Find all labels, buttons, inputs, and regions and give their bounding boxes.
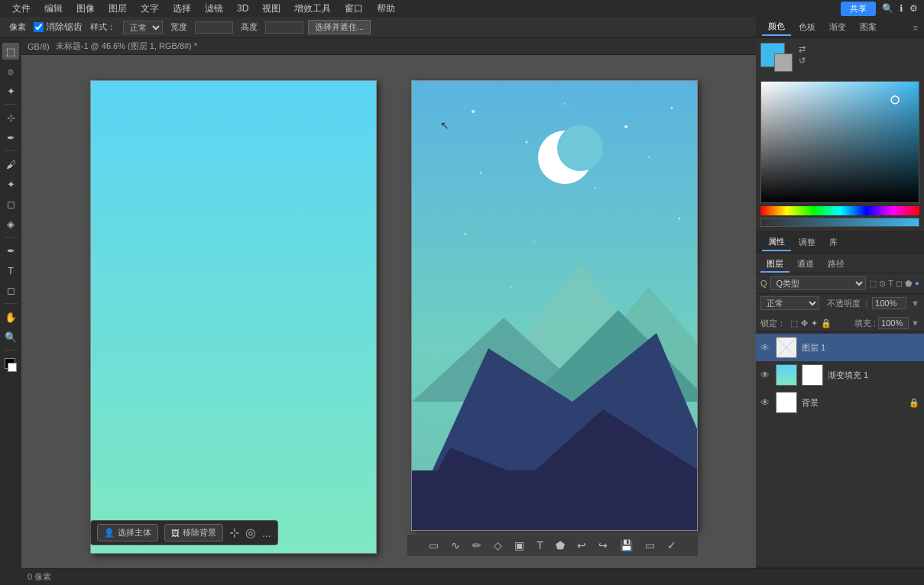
width-input[interactable] [195, 21, 233, 34]
menu-plugins[interactable]: 增效工具 [288, 1, 337, 17]
filter-smart-icon[interactable]: ⬟ [905, 279, 913, 289]
tool-zoom[interactable]: 🔍 [2, 328, 19, 345]
menu-filter[interactable]: 滤镜 [199, 1, 229, 17]
tab-layers[interactable]: 图层 [760, 257, 789, 273]
menu-layer[interactable]: 图层 [102, 1, 133, 17]
tab-library[interactable]: 库 [823, 234, 844, 250]
color-picker-hue-bar[interactable] [760, 206, 919, 215]
lock-pixels-icon[interactable]: ⬚ [790, 318, 798, 328]
layer-item-layer1[interactable]: 👁 图层 1 [756, 334, 924, 361]
tool-shape[interactable]: ◻ [2, 282, 19, 299]
tab-properties[interactable]: 属性 [762, 234, 791, 251]
opacity-input[interactable] [872, 297, 906, 309]
filter-pixel-icon[interactable]: ⬚ [869, 279, 877, 289]
color-picker-alpha-bar[interactable] [760, 218, 919, 227]
background-color-swatch[interactable] [774, 53, 793, 72]
remove-lock-checkbox[interactable]: 消除锯齿 [34, 21, 83, 34]
info-icon[interactable]: ℹ [900, 3, 903, 14]
document-1[interactable] [90, 80, 377, 554]
tool-hand[interactable]: ✋ [2, 309, 19, 325]
layer-item-gradient[interactable]: 👁 渐变填充 1 [756, 361, 924, 389]
settings-icon[interactable]: ⚙ [909, 3, 918, 14]
blend-mode-select[interactable]: 正常 [760, 296, 819, 310]
menu-select[interactable]: 选择 [167, 1, 197, 17]
doc2-tool-text[interactable]: T [534, 538, 546, 553]
doc2-tool-grid[interactable]: ▣ [512, 538, 527, 553]
doc2-tool-save[interactable]: 💾 [618, 538, 635, 553]
menu-3d[interactable]: 3D [231, 2, 255, 15]
tool-eyedropper[interactable]: ✒ [2, 129, 19, 146]
menu-view[interactable]: 视图 [256, 1, 287, 17]
height-input[interactable] [265, 21, 303, 34]
menu-image[interactable]: 图像 [70, 1, 101, 17]
lock-move-icon[interactable]: ✥ [801, 318, 808, 328]
tool-eraser[interactable]: ◻ [2, 196, 19, 212]
height-label: 高度 [238, 20, 261, 34]
tool-clone[interactable]: ✦ [2, 176, 19, 192]
search-icon[interactable]: 🔍 [882, 3, 893, 14]
tool-lasso[interactable]: ⌾ [2, 63, 19, 79]
circle-icon[interactable]: ◎ [245, 525, 256, 540]
remove-background-button[interactable]: 🖼 移除背景 [164, 524, 223, 541]
doc2-tool-check[interactable]: ✓ [665, 538, 679, 553]
doc2-tool-diamond[interactable]: ◇ [491, 538, 504, 553]
doc2-tool-curve[interactable]: ∿ [449, 538, 462, 553]
doc2-tool-poly[interactable]: ⬟ [553, 538, 567, 553]
doc2-tool-pencil[interactable]: ✏ [470, 538, 484, 553]
more-options-button[interactable]: ... [262, 527, 271, 539]
share-button[interactable]: 共享 [841, 2, 876, 16]
document-2[interactable]: ↖ [411, 80, 698, 531]
color-picker-gradient[interactable] [760, 81, 919, 203]
tool-brush[interactable]: 🖌 [2, 156, 19, 173]
toolbar-bg-color[interactable] [8, 363, 17, 372]
tool-magic-wand[interactable]: ✦ [2, 82, 19, 99]
tab-channels[interactable]: 通道 [791, 257, 820, 273]
menu-help[interactable]: 帮助 [371, 1, 401, 17]
crop-icon[interactable]: ⊹ [229, 525, 239, 540]
filter-text-icon[interactable]: T [888, 279, 893, 289]
tool-crop[interactable]: ⊹ [2, 109, 19, 126]
remove-lock-input[interactable] [34, 22, 44, 32]
filter-adjust-icon[interactable]: ⊙ [879, 279, 886, 289]
layers-type-select[interactable]: Q类型 [770, 276, 867, 290]
tab-gradient[interactable]: 渐变 [823, 19, 852, 35]
fill-arrow-icon[interactable]: ▼ [911, 318, 919, 328]
menu-text[interactable]: 文字 [135, 1, 165, 17]
menu-edit[interactable]: 编辑 [38, 1, 69, 17]
opacity-arrow-icon[interactable]: ▼ [911, 299, 919, 308]
panel-menu-icon[interactable]: ≡ [913, 23, 918, 32]
tab-color[interactable]: 颜色 [762, 18, 791, 36]
tab-swatches[interactable]: 色板 [793, 19, 822, 35]
lock-all-icon[interactable]: 🔒 [821, 318, 832, 328]
filter-active-dot[interactable]: ● [915, 279, 919, 289]
svg-point-8 [595, 187, 596, 189]
style-select[interactable]: 正常 [123, 21, 163, 34]
toolbar-color-swatches [2, 358, 20, 377]
tab-paths[interactable]: 路径 [822, 257, 851, 273]
swap-colors-icon[interactable]: ⇄ [799, 44, 806, 54]
doc2-tool-rect[interactable]: ▭ [426, 538, 441, 553]
gradient-layer-visibility-icon[interactable]: 👁 [760, 370, 771, 380]
tool-pen[interactable]: ✒ [2, 242, 19, 259]
background-layer-visibility-icon[interactable]: 👁 [760, 397, 771, 408]
reset-colors-icon[interactable]: ↺ [799, 56, 806, 66]
menu-file[interactable]: 文件 [6, 1, 37, 17]
layer-item-background[interactable]: 👁 背景 🔒 [756, 389, 924, 416]
color-adjust-icons: ⇄ ↺ [799, 44, 806, 66]
lock-artboard-icon[interactable]: ✦ [811, 318, 818, 328]
layer1-visibility-icon[interactable]: 👁 [760, 342, 771, 353]
fill-input[interactable] [878, 317, 909, 329]
tool-separator-2 [4, 150, 18, 151]
tool-gradient[interactable]: ◈ [2, 215, 19, 232]
tool-marquee[interactable]: ⬚ [2, 43, 19, 60]
tab-pattern[interactable]: 图案 [854, 19, 883, 35]
select-subject-button[interactable]: 👤 选择主体 [97, 524, 158, 541]
doc2-tool-undo[interactable]: ↩ [575, 538, 588, 553]
doc2-tool-redo[interactable]: ↪ [596, 538, 610, 553]
filter-shape-icon[interactable]: ◻ [896, 279, 903, 289]
select-and-mask-button[interactable]: 选择并遮住... [308, 20, 371, 34]
tool-text[interactable]: T [2, 262, 19, 279]
tab-adjustments[interactable]: 调整 [793, 234, 822, 250]
doc2-tool-rect2[interactable]: ▭ [643, 538, 657, 553]
menu-window[interactable]: 窗口 [339, 1, 369, 17]
